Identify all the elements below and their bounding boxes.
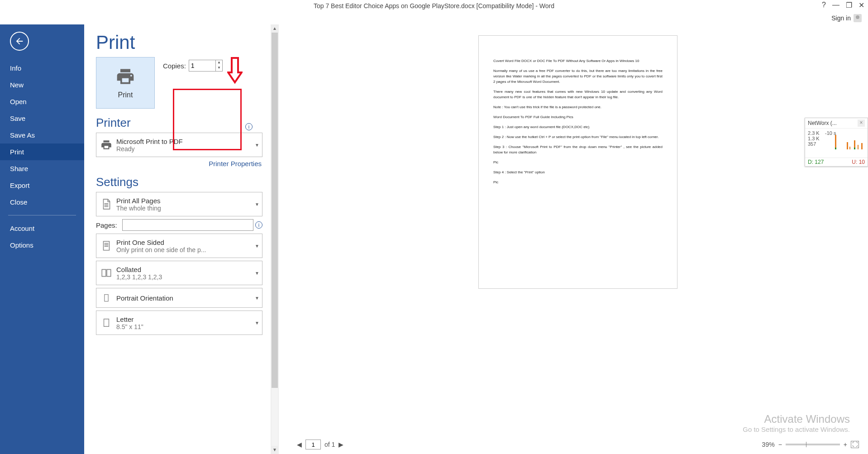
prev-page-button[interactable]: ◀: [297, 441, 302, 448]
zoom-slider[interactable]: [786, 444, 840, 445]
print-button[interactable]: Print: [96, 57, 155, 109]
sidebar-item-save-as[interactable]: Save As: [0, 127, 84, 143]
print-preview-area: Covert Word File DOCX or DOC File To PDF…: [279, 24, 868, 454]
sidebar-item-print[interactable]: Print: [0, 143, 84, 160]
portrait-icon: [102, 292, 111, 304]
printer-properties-link[interactable]: Printer Properties: [209, 160, 262, 167]
close-icon[interactable]: ✕: [858, 1, 864, 10]
networx-upload: U: 10: [852, 159, 865, 165]
zoom-fit-button[interactable]: ⛶: [851, 441, 859, 448]
copies-spinner[interactable]: ▲▼: [216, 60, 223, 72]
annotation-arrow-icon: [227, 57, 243, 84]
networx-title: NetWorx (...: [808, 120, 837, 126]
settings-section-heading: Settings: [96, 175, 262, 189]
setting-paper-size[interactable]: Letter 8.5" x 11" ▼: [96, 311, 262, 335]
printer-name: Microsoft Print to PDF: [116, 138, 252, 145]
signin-row: Sign in: [0, 12, 868, 24]
print-heading: Print: [96, 32, 262, 53]
chevron-down-icon: ▼: [252, 271, 262, 276]
copies-label: Copies:: [163, 62, 186, 70]
help-icon[interactable]: ?: [822, 1, 826, 10]
copies-input[interactable]: [189, 60, 216, 72]
activate-windows-watermark: Activate Windows Go to Settings to activ…: [743, 413, 850, 433]
zoom-level: 39%: [762, 441, 775, 448]
preview-page: Covert Word File DOCX or DOC File To PDF…: [478, 35, 677, 289]
networx-close-icon[interactable]: ×: [858, 119, 865, 127]
pages-info-icon[interactable]: i: [255, 221, 262, 229]
svg-rect-5: [861, 143, 863, 149]
sidebar-item-save[interactable]: Save: [0, 110, 84, 127]
svg-rect-7: [854, 148, 855, 149]
sidebar-item-account[interactable]: Account: [0, 220, 84, 237]
networx-download: D: 127: [808, 159, 824, 165]
sidebar-item-open[interactable]: Open: [0, 93, 84, 110]
svg-rect-0: [835, 135, 836, 149]
print-options-panel: Print Print Copies: ▲▼ Printer: [84, 24, 270, 454]
zoom-out-button[interactable]: −: [778, 441, 782, 448]
sidebar-item-new[interactable]: New: [0, 76, 84, 93]
svg-rect-6: [835, 148, 836, 149]
document-title: Top 7 Best Editor Choice Apps on Google …: [314, 2, 554, 10]
svg-rect-1: [847, 142, 848, 149]
svg-rect-4: [858, 145, 858, 149]
title-bar: Top 7 Best Editor Choice Apps on Google …: [0, 0, 868, 12]
settings-scrollbar[interactable]: ▲ ▼: [271, 24, 279, 454]
page-of-label: of 1: [324, 441, 335, 448]
next-page-button[interactable]: ▶: [339, 441, 343, 448]
sign-in-link[interactable]: Sign in: [831, 14, 851, 22]
preview-footer: ◀ of 1 ▶ 39% − + ⛶: [297, 437, 859, 452]
back-button[interactable]: [10, 32, 29, 51]
restore-icon[interactable]: ❐: [846, 1, 852, 10]
avatar-icon[interactable]: [854, 14, 862, 22]
printer-device-icon: [99, 139, 114, 151]
backstage-sidebar: Info New Open Save Save As Print Share E…: [0, 24, 84, 454]
setting-collation[interactable]: Collated 1,2,3 1,2,3 1,2,3 ▼: [96, 261, 262, 285]
current-page-input[interactable]: [305, 440, 321, 449]
printer-info-icon[interactable]: i: [245, 123, 253, 130]
collate-icon: [100, 267, 113, 279]
sidebar-item-close[interactable]: Close: [0, 194, 84, 210]
networx-graph-icon: [834, 131, 866, 149]
pages-input[interactable]: [122, 219, 253, 231]
sidebar-item-share[interactable]: Share: [0, 160, 84, 177]
sidebar-item-export[interactable]: Export: [0, 177, 84, 194]
chevron-down-icon: ▼: [252, 202, 262, 207]
pages-label: Pages:: [96, 221, 122, 229]
setting-print-range[interactable]: Print All Pages The whole thing ▼: [96, 192, 262, 216]
minimize-icon[interactable]: —: [832, 1, 839, 10]
printer-selector[interactable]: Microsoft Print to PDF Ready ▼: [96, 133, 262, 157]
paper-size-icon: [101, 316, 111, 329]
setting-sides[interactable]: Print One Sided Only print on one side o…: [96, 234, 262, 258]
sidebar-separator: [8, 215, 76, 215]
document-icon: [100, 197, 112, 211]
printer-section-heading: Printer: [96, 116, 262, 130]
chevron-down-icon: ▼: [252, 143, 262, 148]
page-icon: [100, 239, 112, 253]
printer-icon: [115, 67, 135, 86]
zoom-in-button[interactable]: +: [844, 441, 847, 448]
window-controls: ? — ❐ ✕: [822, 1, 864, 10]
svg-rect-2: [849, 147, 850, 149]
printer-status: Ready: [116, 145, 252, 153]
print-button-label: Print: [118, 91, 133, 99]
sidebar-item-info[interactable]: Info: [0, 60, 84, 76]
chevron-down-icon: ▼: [252, 320, 262, 325]
chevron-down-icon: ▼: [252, 244, 262, 249]
sidebar-item-options[interactable]: Options: [0, 237, 84, 253]
setting-orientation[interactable]: Portrait Orientation ▼: [96, 288, 262, 308]
networx-widget[interactable]: NetWorx (... × 2.3 K 1.3 K 357 -10 s D: …: [805, 118, 868, 167]
chevron-down-icon: ▼: [252, 296, 262, 301]
